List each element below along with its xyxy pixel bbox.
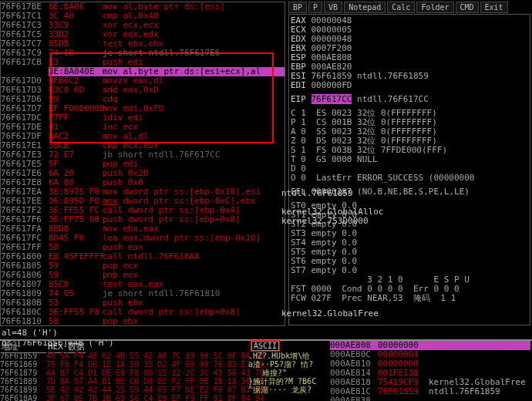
disasm-row[interactable]: 76F6180C36:FF55 F8call dword ptr ss:[ebp… bbox=[1, 308, 285, 317]
disasm-row[interactable]: 76F6181058pop ebx bbox=[1, 317, 285, 326]
api-label: kernel32.GlobalFree bbox=[281, 308, 379, 318]
stack-row[interactable]: 000AE838 bbox=[330, 396, 530, 401]
hex-row[interactable]: 76F618897D 8A 97 A4 B1 BE CB D8 EC F2 FF… bbox=[0, 377, 325, 386]
disasm-row[interactable]: 76F61800E8 45FEFFFFcall ntdll.76F616AA bbox=[1, 252, 285, 261]
hex-row[interactable]: 76F618A93F 67 05 7B 3B 69 56 C4 E9 EF F9… bbox=[0, 394, 325, 401]
disasm-row[interactable]: 76F6180559pop ecx bbox=[1, 261, 285, 271]
tab-exit[interactable]: Exit bbox=[480, 2, 508, 13]
toolbar-tabs: BPPVBNotepadCalcFolderCMDExit bbox=[288, 2, 508, 13]
hex-row[interactable]: 76F618995E 42 42 42 44 25 59 44 65 F7 DE… bbox=[0, 386, 325, 394]
disassembly-pane[interactable]: 76F617BE8E:8A06mov al,byte ptr ds:[esi]7… bbox=[0, 2, 285, 326]
disasm-row[interactable]: 76F617E372 E7jb short ntdll.76F617CC bbox=[1, 150, 285, 160]
tab-p[interactable]: P bbox=[308, 2, 322, 13]
tab-vb[interactable]: VB bbox=[324, 2, 342, 13]
ascii-header: ASCII bbox=[251, 341, 279, 351]
tab-cmd[interactable]: CMD bbox=[456, 2, 479, 13]
hex-row[interactable]: 76F6186976 F8 F4 D0 1E 1A 50 35 D2 4F 69… bbox=[0, 360, 325, 369]
registers-pane[interactable]: EAX 00000048ECX 00000005EDX 00000048EBX … bbox=[288, 14, 530, 325]
api-label: ntdll.76F61859 bbox=[281, 188, 353, 198]
tab-calc[interactable]: Calc bbox=[387, 2, 415, 13]
tab-folder[interactable]: Folder bbox=[416, 2, 453, 13]
hex-dump-pane[interactable]: 76F6185948 5A F4 48 02 4B 55 42 A0 7C 89… bbox=[0, 352, 325, 401]
stack-pane[interactable]: 000AE80800000000000AE80C00000004000AE810… bbox=[330, 341, 530, 401]
tab-notepad[interactable]: Notepad bbox=[344, 2, 386, 13]
hex-row[interactable]: 76F61879AA B7 C4 D1 DE E8 F8 08 15 22 2C… bbox=[0, 369, 325, 377]
disasm-row[interactable]: 76F617DCF7FFidiv edi bbox=[1, 113, 285, 123]
api-label: kernel32.753D0000 bbox=[281, 216, 369, 226]
tab-bp[interactable]: BP bbox=[288, 2, 307, 13]
disasm-row[interactable]: 76F617D383C0 0Dadd eax,0xD bbox=[1, 86, 285, 95]
hex-row[interactable]: 76F6185948 5A F4 48 02 4B 55 42 A0 7C 89… bbox=[0, 352, 325, 360]
